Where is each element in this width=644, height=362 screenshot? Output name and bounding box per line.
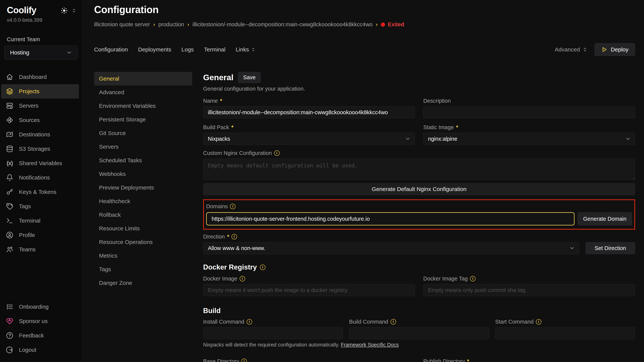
variable-icon: (x) [6, 160, 13, 167]
heart-hands-icon [6, 318, 13, 325]
config-menu-danger-zone[interactable]: Danger Zone [94, 276, 192, 290]
config-menu-webhooks[interactable]: Webhooks [94, 167, 192, 181]
theme-select-chevrons-icon[interactable] [71, 8, 77, 13]
user-icon [6, 232, 13, 239]
direction-select[interactable]: Allow www & non-www. [203, 242, 579, 254]
breadcrumb-application[interactable]: illicitestonion/-module--decomposition:m… [192, 21, 372, 28]
set-direction-button[interactable]: Set Direction [586, 242, 635, 254]
info-icon[interactable]: i [232, 234, 237, 239]
info-icon[interactable]: i [247, 319, 252, 325]
server-icon [6, 102, 13, 109]
config-menu-rollback[interactable]: Rollback [94, 208, 192, 222]
config-menu-resource-operations[interactable]: Resource Operations [94, 235, 192, 249]
config-menu-git-source[interactable]: Git Source [94, 126, 192, 140]
config-menu-resource-limits[interactable]: Resource Limits [94, 222, 192, 235]
sidebar-item-notifications[interactable]: Notifications [1, 170, 79, 185]
framework-docs-link[interactable]: Framework Specific Docs [341, 342, 399, 348]
bell-icon [6, 174, 13, 181]
sidebar-item-profile[interactable]: Profile [1, 228, 79, 242]
static-image-label: Static Image* [423, 124, 635, 131]
chevron-down-icon [625, 136, 631, 142]
config-menu-preview-deployments[interactable]: Preview Deployments [94, 181, 192, 194]
sidebar-item-dashboard[interactable]: Dashboard [1, 70, 79, 84]
save-button[interactable]: Save [238, 72, 261, 83]
sidebar-item-keys-tokens[interactable]: Keys & Tokens [1, 185, 79, 199]
info-icon[interactable]: i [470, 276, 476, 281]
sidebar-item-destinations[interactable]: Destinations [1, 127, 79, 142]
domains-label: Domains i [206, 203, 632, 210]
team-select[interactable]: Hosting [4, 45, 78, 59]
tab-deployments[interactable]: Deployments [138, 46, 171, 53]
config-menu-healthcheck[interactable]: Healthcheck [94, 194, 192, 208]
docker-image-input[interactable] [203, 284, 415, 296]
build-pack-select[interactable]: Nixpacks [203, 133, 415, 145]
key-icon [6, 188, 13, 196]
sidebar-item-servers[interactable]: Servers [1, 98, 79, 113]
config-menu-general[interactable]: General [94, 72, 192, 85]
build-command-input[interactable] [349, 327, 489, 339]
domains-highlight-box: Domains i Generate Domain [203, 199, 635, 230]
custom-nginx-textarea[interactable] [203, 158, 635, 180]
build-command-label: Build Command i [349, 318, 489, 325]
sidebar-item-shared-variables[interactable]: (x) Shared Variables [1, 156, 79, 170]
sidebar-item-s3-storages[interactable]: S3 Storages [1, 142, 79, 156]
start-command-label: Start Command i [495, 318, 635, 325]
breadcrumb-separator-icon: › [153, 21, 155, 27]
tab-links[interactable]: Links [236, 46, 256, 53]
tab-logs[interactable]: Logs [182, 46, 194, 53]
docker-image-tag-input[interactable] [423, 284, 635, 296]
team-select-value: Hosting [10, 49, 29, 56]
config-menu-scheduled-tasks[interactable]: Scheduled Tasks [94, 154, 192, 167]
config-menu-persistent-storage[interactable]: Persistent Storage [94, 113, 192, 126]
sidebar-item-feedback[interactable]: Feedback [1, 328, 79, 343]
terminal-icon [6, 217, 13, 224]
start-command-input[interactable] [495, 327, 635, 339]
nixpacks-note: Nixpacks will detect the required config… [203, 342, 635, 348]
sidebar-item-sponsor-us[interactable]: Sponsor us [1, 314, 79, 328]
sidebar-item-logout[interactable]: Logout [1, 343, 79, 357]
info-icon[interactable]: i [536, 319, 542, 325]
config-menu-metrics[interactable]: Metrics [94, 249, 192, 263]
breadcrumb-environment[interactable]: production [158, 21, 184, 28]
tab-configuration[interactable]: Configuration [94, 46, 128, 53]
name-input[interactable] [203, 106, 415, 118]
breadcrumb-project[interactable]: illicitonion quote server [94, 21, 150, 28]
help-circle-icon [6, 332, 13, 339]
sidebar-nav: Dashboard Projects Servers Sources Desti… [0, 70, 82, 257]
sidebar-item-onboarding[interactable]: Onboarding [1, 300, 79, 314]
install-command-input[interactable] [203, 327, 343, 339]
sidebar-item-tags[interactable]: Tags [1, 199, 79, 214]
tab-terminal[interactable]: Terminal [204, 46, 226, 53]
info-icon[interactable]: i [260, 265, 266, 270]
info-icon[interactable]: i [274, 150, 280, 156]
chevrons-up-down-icon [251, 47, 256, 52]
generate-nginx-config-button[interactable]: Generate Default Nginx Configuration [203, 183, 635, 195]
deploy-button[interactable]: Deploy [594, 43, 635, 56]
config-menu-advanced[interactable]: Advanced [94, 85, 192, 99]
config-menu-environment-variables[interactable]: Environment Variables [94, 99, 192, 113]
sidebar-item-teams[interactable]: Teams [1, 242, 79, 257]
description-input[interactable] [423, 106, 635, 118]
config-menu-tags[interactable]: Tags [94, 263, 192, 276]
domains-input[interactable] [206, 212, 574, 225]
logout-icon [6, 346, 13, 354]
generate-domain-button[interactable]: Generate Domain [578, 212, 632, 225]
info-icon[interactable]: i [240, 276, 245, 281]
info-icon[interactable]: i [241, 359, 247, 362]
static-image-select[interactable]: nginx:alpine [423, 133, 635, 145]
coolify-app: Coolify v4.0.0-beta.399 Current Team Hos… [0, 0, 644, 362]
theme-sun-icon[interactable] [60, 7, 68, 14]
sidebar-item-projects[interactable]: Projects [1, 84, 79, 98]
git-source-icon [6, 116, 13, 124]
config-menu-servers[interactable]: Servers [94, 140, 192, 154]
chevrons-up-down-icon [582, 47, 588, 52]
sidebar-item-terminal[interactable]: Terminal [1, 214, 79, 228]
advanced-dropdown[interactable]: Advanced [555, 46, 588, 53]
sidebar-item-sources[interactable]: Sources [1, 113, 79, 127]
current-team-label: Current Team [0, 23, 82, 42]
status-badge: Exited [381, 21, 404, 28]
home-icon [6, 73, 13, 81]
info-icon[interactable]: i [230, 204, 236, 209]
info-icon[interactable]: i [390, 319, 396, 325]
docker-registry-title: Docker Registry i [203, 263, 635, 271]
